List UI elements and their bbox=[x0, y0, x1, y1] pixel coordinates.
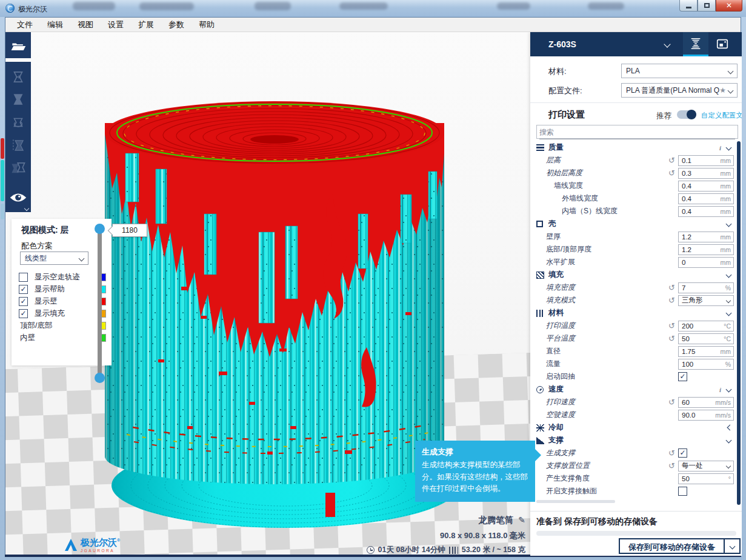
rotate-tool-icon[interactable] bbox=[10, 115, 26, 130]
application-window: 文件编辑视图设置扩展参数帮助 bbox=[5, 17, 741, 555]
setting-value-input[interactable]: 0.4mm bbox=[678, 206, 734, 217]
tab-prepare-slice[interactable] bbox=[683, 32, 708, 56]
move-tool-icon[interactable] bbox=[10, 69, 26, 85]
legend-checkbox[interactable]: ✓ bbox=[19, 285, 28, 294]
setting-unit: mm bbox=[721, 195, 734, 202]
revert-icon[interactable]: ↺ bbox=[668, 335, 675, 342]
setting-value-input[interactable]: 0.3mm bbox=[678, 168, 734, 179]
per-model-settings-icon[interactable] bbox=[10, 160, 27, 176]
chevron-down-icon[interactable] bbox=[726, 272, 732, 278]
section-header[interactable]: 材料 bbox=[530, 307, 738, 319]
setting-value-input[interactable]: 0.4mm bbox=[678, 193, 734, 204]
section-header[interactable]: 速度i bbox=[530, 383, 738, 396]
setting-unit: mm bbox=[721, 157, 734, 164]
chevron-down-icon[interactable] bbox=[726, 221, 732, 227]
setting-value-select[interactable]: 每一处 bbox=[678, 461, 734, 472]
menu-item-2[interactable]: 视图 bbox=[71, 18, 100, 32]
chevron-down-icon[interactable] bbox=[726, 387, 732, 393]
revert-icon[interactable]: ↺ bbox=[668, 156, 675, 164]
info-icon[interactable]: i bbox=[719, 144, 721, 152]
setting-checkbox[interactable] bbox=[678, 487, 687, 496]
menu-item-1[interactable]: 编辑 bbox=[41, 18, 70, 32]
save-options-dropdown[interactable] bbox=[724, 539, 739, 553]
setting-value-input[interactable]: 60mm/s bbox=[678, 397, 734, 408]
setting-row: 产生支撑角度50° bbox=[530, 472, 738, 485]
save-area: 准备到 保存到可移动的存储设备 保存到可移动的存储设备 bbox=[530, 511, 742, 556]
viewport-3d[interactable]: 视图模式: 层 配色方案 线类型 显示空走轨迹✓显示帮助✓显示壁✓显示填充顶部/… bbox=[5, 32, 742, 556]
layer-slider-lower-handle[interactable] bbox=[95, 373, 105, 383]
chevron-down-icon bbox=[728, 87, 734, 93]
menu-item-6[interactable]: 帮助 bbox=[192, 18, 221, 32]
setting-unit: °C bbox=[724, 335, 733, 342]
legend-row: ✓显示填充 bbox=[12, 307, 112, 319]
section-header[interactable]: 壳 bbox=[530, 218, 738, 230]
setting-value-input[interactable]: 0.1mm bbox=[678, 155, 734, 166]
save-button[interactable]: 保存到可移动的存储设备 bbox=[619, 538, 741, 554]
close-button[interactable]: ✕ bbox=[716, 0, 742, 12]
material-select[interactable]: PLA bbox=[621, 64, 738, 78]
setting-value-input[interactable]: 200°C bbox=[678, 321, 734, 332]
custom-profile-link[interactable]: 自定义配置文件 bbox=[701, 111, 742, 120]
setting-label: 填充密度 bbox=[546, 282, 575, 293]
setting-label: 支撑放置位置 bbox=[546, 461, 590, 471]
setting-unit: % bbox=[725, 284, 733, 292]
setting-value-input[interactable]: 0mm bbox=[678, 257, 734, 268]
menu-item-0[interactable]: 文件 bbox=[10, 18, 39, 32]
setting-value-input[interactable]: 1.75mm bbox=[678, 346, 734, 357]
profile-select[interactable]: PLA 普通质量(PLA Normal Qua ★ bbox=[621, 83, 738, 98]
setting-value-select[interactable]: 三角形 bbox=[678, 295, 734, 306]
tab-monitor[interactable] bbox=[710, 32, 735, 56]
setting-value-input[interactable]: 7% bbox=[678, 282, 734, 293]
section-header[interactable]: 支撑 bbox=[530, 434, 738, 447]
layer-slider-track[interactable] bbox=[98, 225, 102, 381]
setting-row: 启动回抽✓ bbox=[530, 370, 738, 383]
setting-unit: mm bbox=[721, 170, 734, 177]
open-file-button[interactable] bbox=[5, 32, 31, 58]
legend-checkbox[interactable]: ✓ bbox=[19, 309, 28, 318]
chevron-left-icon[interactable] bbox=[727, 425, 733, 431]
title-bar: 极光尔沃 ✕ bbox=[0, 0, 746, 17]
setting-value-input[interactable]: 50° bbox=[678, 473, 734, 484]
color-scheme-select[interactable]: 线类型 bbox=[20, 252, 88, 265]
setting-row: 填充模式↺i三角形 bbox=[530, 294, 738, 307]
setting-checkbox[interactable]: ✓ bbox=[678, 448, 687, 458]
revert-icon[interactable]: ↺ bbox=[668, 284, 675, 292]
maximize-button[interactable] bbox=[698, 0, 716, 12]
menu-item-5[interactable]: 参数 bbox=[162, 18, 191, 32]
legend-checkbox[interactable] bbox=[19, 273, 28, 282]
mirror-tool-icon[interactable] bbox=[10, 138, 26, 153]
revert-icon[interactable]: ↺ bbox=[668, 462, 675, 470]
setting-checkbox[interactable]: ✓ bbox=[678, 372, 687, 381]
minimize-button[interactable] bbox=[679, 0, 698, 12]
settings-scrollbar[interactable] bbox=[737, 141, 741, 505]
setting-value-input[interactable]: 1.2mm bbox=[678, 232, 734, 242]
chevron-down-icon[interactable] bbox=[726, 438, 732, 444]
section-header[interactable]: 冷却 bbox=[530, 421, 738, 434]
settings-search-input[interactable]: 搜索 bbox=[536, 125, 738, 139]
setting-value-input[interactable]: 50°C bbox=[678, 333, 734, 344]
revert-icon[interactable]: ↺ bbox=[668, 296, 675, 304]
info-icon[interactable]: i bbox=[719, 386, 721, 393]
revert-icon[interactable]: ↺ bbox=[668, 322, 675, 330]
section-header[interactable]: 质量i bbox=[530, 141, 738, 154]
section-header[interactable]: 填充 bbox=[530, 268, 738, 281]
menu-item-3[interactable]: 设置 bbox=[101, 18, 130, 32]
edit-name-icon[interactable]: ✎ bbox=[518, 515, 525, 525]
revert-icon[interactable]: ↺ bbox=[668, 449, 675, 457]
chevron-down-icon[interactable] bbox=[664, 41, 670, 47]
scale-tool-icon[interactable] bbox=[10, 92, 26, 107]
revert-icon[interactable]: ↺ bbox=[668, 398, 675, 406]
setting-value-input[interactable]: 100% bbox=[678, 359, 734, 370]
setting-value-input[interactable]: 0.4mm bbox=[678, 181, 734, 192]
view-mode-button[interactable] bbox=[5, 183, 31, 212]
setting-value-input[interactable]: 90.0mm/s bbox=[678, 410, 734, 421]
legend-checkbox[interactable]: ✓ bbox=[19, 297, 28, 306]
revert-icon[interactable]: ↺ bbox=[668, 169, 675, 177]
menu-item-4[interactable]: 扩展 bbox=[132, 18, 161, 32]
layer-slider-upper-handle[interactable] bbox=[95, 224, 105, 234]
chevron-down-icon[interactable] bbox=[726, 145, 732, 151]
chevron-down-icon[interactable] bbox=[726, 310, 732, 316]
setting-value-input[interactable]: 1.2mm bbox=[678, 244, 734, 255]
recommended-custom-toggle[interactable] bbox=[677, 110, 696, 119]
infill-icon bbox=[536, 272, 544, 279]
